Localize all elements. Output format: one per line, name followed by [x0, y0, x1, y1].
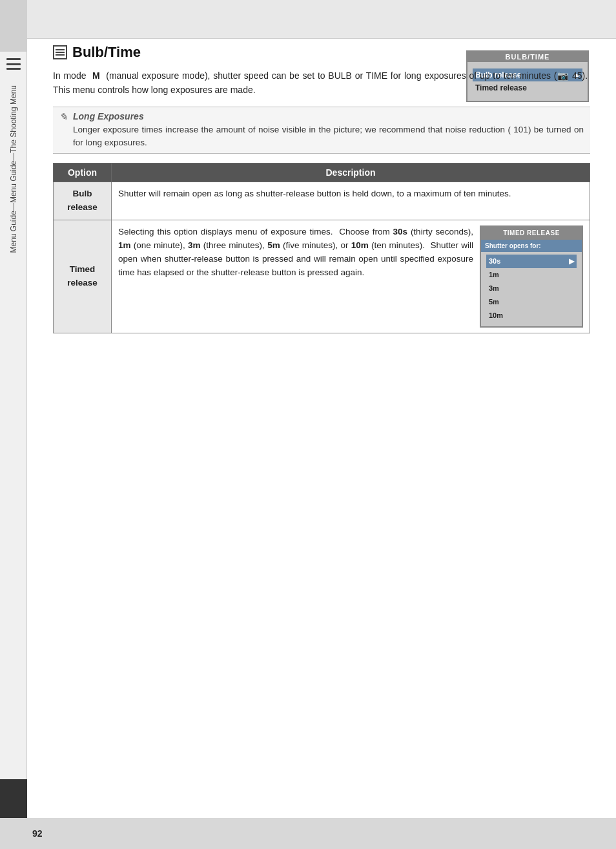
bottom-bar: 92 [0, 818, 616, 849]
sidebar-bottom-accent [0, 779, 27, 818]
sidebar-label: Menu Guide——The Shooting MenuMenu Guide—… [9, 85, 18, 253]
option-timed-release: Timedrelease [54, 220, 112, 333]
bold-3m: 3m [188, 240, 201, 250]
col-header-description: Description [112, 163, 590, 182]
table-row-bulb: Bulbrelease Shutter will remain open as … [54, 182, 590, 220]
bold-1m: 1m [118, 240, 131, 250]
option-bulb-release: Bulbrelease [54, 182, 112, 220]
note-body: Longer exposure times increase the amoun… [73, 123, 584, 150]
bold-5m: 5m [267, 240, 280, 250]
lcd-timed-10m[interactable]: 10m [486, 309, 577, 322]
lcd-timed-1m-label: 1m [489, 269, 499, 280]
bold-10m: 10m [351, 240, 369, 250]
menu-lines-icon [6, 58, 21, 70]
lcd-timed-30s-arrow: ▶ [569, 256, 574, 267]
lcd-timed-3m[interactable]: 3m [486, 282, 577, 295]
lcd-timed-3m-label: 3m [489, 283, 499, 294]
lcd-timed-body: 30s ▶ 1m 3m 5m [481, 252, 582, 326]
sidebar-icon-area: Menu Guide——The Shooting MenuMenu Guide—… [6, 58, 21, 253]
note-content: Long Exposures Longer exposure times inc… [73, 111, 584, 150]
table-row-timed: Timedrelease Selecting this option displ… [54, 220, 590, 333]
table-header-row: Option Description [54, 163, 590, 182]
section-title-area: Bulb/Time [53, 44, 590, 61]
lcd-timed-subtitle: Shutter opens for: [481, 240, 582, 253]
note-box: ✎ Long Exposures Longer exposure times i… [53, 107, 590, 154]
lcd-timed-release-panel: TIMED RELEASE Shutter opens for: 30s ▶ 1… [480, 225, 583, 328]
mode-bold: M [92, 70, 100, 81]
desc-timed-release: Selecting this option displays menu of e… [112, 220, 590, 333]
lcd-timed-1m[interactable]: 1m [486, 268, 577, 282]
lcd-timed-30s-label: 30s [489, 256, 500, 267]
options-table: Option Description Bulbrelease Shutter w… [53, 163, 590, 333]
main-content: Bulb/Time In mode M (manual exposure mod… [27, 0, 616, 818]
lcd-timed-5m[interactable]: 5m [486, 295, 577, 309]
page-number: 92 [32, 828, 43, 839]
section-icon [53, 45, 67, 59]
sidebar: Menu Guide——The Shooting MenuMenu Guide—… [0, 0, 27, 849]
intro-paragraph: In mode M (manual exposure mode), shutte… [53, 68, 590, 98]
timed-desc-text: Selecting this option displays menu of e… [118, 225, 473, 280]
bold-30s: 30s [393, 227, 408, 236]
col-header-option: Option [54, 163, 112, 182]
section-title: Bulb/Time [72, 44, 141, 61]
note-title: Long Exposures [73, 111, 584, 121]
note-icon: ✎ [59, 111, 68, 150]
timed-desc-with-image: Selecting this option displays menu of e… [118, 225, 583, 328]
lcd-timed-30s[interactable]: 30s ▶ [486, 255, 577, 268]
desc-bulb-release: Shutter will remain open as long as shut… [112, 182, 590, 220]
lcd-timed-5m-label: 5m [489, 297, 499, 308]
sidebar-top-accent [0, 0, 27, 52]
lcd-timed-title: TIMED RELEASE [481, 227, 582, 240]
lcd-timed-10m-label: 10m [489, 310, 503, 321]
